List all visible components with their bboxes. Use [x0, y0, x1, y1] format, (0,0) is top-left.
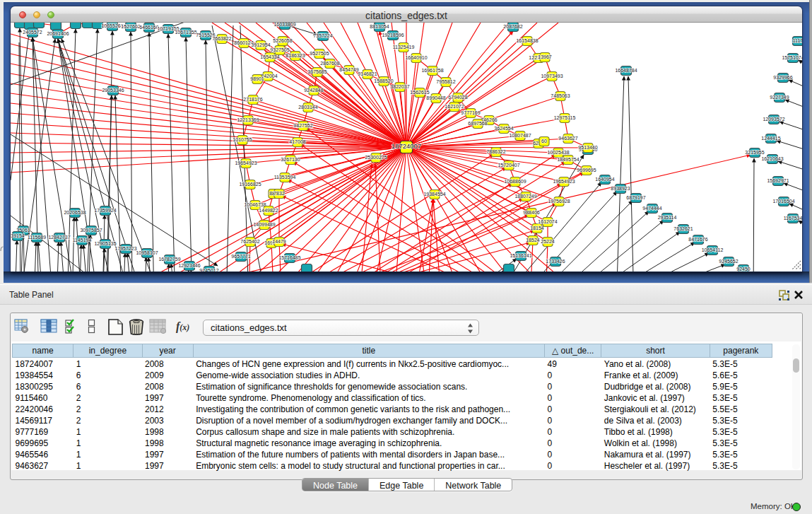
svg-text:12923446: 12923446: [178, 263, 200, 268]
svg-text:18724007: 18724007: [392, 142, 421, 150]
svg-text:9657771: 9657771: [231, 254, 250, 259]
svg-text:39154: 39154: [11, 233, 25, 238]
svg-text:6879197: 6879197: [626, 195, 645, 200]
svg-text:1145194: 1145194: [73, 238, 92, 243]
svg-text:10688609: 10688609: [504, 179, 526, 184]
svg-text:6897568: 6897568: [468, 121, 487, 126]
svg-text:1449822: 1449822: [259, 208, 278, 213]
svg-text:10654112: 10654112: [702, 247, 724, 252]
svg-text:1612074: 1612074: [538, 219, 557, 224]
svg-text:8186323: 8186323: [286, 53, 305, 58]
svg-text:16154838: 16154838: [516, 38, 538, 43]
svg-text:1244415: 1244415: [761, 136, 780, 141]
svg-text:9699695: 9699695: [577, 168, 596, 173]
svg-text:10671355: 10671355: [175, 30, 196, 35]
svg-text:20691406: 20691406: [47, 31, 69, 36]
svg-text:20206538: 20206538: [64, 210, 86, 215]
svg-text:9245012: 9245012: [199, 268, 218, 271]
svg-text:19654923: 19654923: [235, 160, 257, 165]
svg-text:10025438: 10025438: [547, 150, 569, 155]
svg-text:18495754: 18495754: [557, 157, 579, 162]
svg-text:15716485: 15716485: [278, 255, 300, 260]
svg-text:16961758: 16961758: [421, 68, 443, 73]
svg-text:15751074: 15751074: [782, 55, 802, 60]
svg-text:14479: 14479: [272, 239, 286, 244]
svg-text:7625402: 7625402: [240, 239, 259, 244]
svg-text:92450: 92450: [736, 267, 751, 271]
svg-text:98901: 98901: [250, 76, 264, 81]
svg-text:10655267: 10655267: [101, 23, 123, 28]
svg-text:1010755: 1010755: [233, 137, 252, 142]
svg-text:10046738: 10046738: [244, 202, 266, 207]
svg-text:12093572: 12093572: [763, 117, 784, 122]
svg-text:15692971: 15692971: [767, 178, 789, 183]
svg-text:1640954: 1640954: [595, 177, 614, 182]
svg-text:12905135: 12905135: [94, 241, 116, 246]
svg-text:19218596: 19218596: [382, 33, 404, 37]
svg-text:16033809: 16033809: [273, 23, 295, 27]
svg-text:5226058: 5226058: [273, 38, 292, 43]
svg-text:1115689: 1115689: [28, 235, 46, 240]
svg-text:8938923: 8938923: [611, 186, 630, 191]
svg-text:7832: 7832: [273, 191, 285, 196]
svg-text:2087682: 2087682: [503, 24, 522, 29]
svg-text:29053346: 29053346: [102, 88, 124, 93]
svg-text:3912954: 3912954: [251, 42, 270, 47]
svg-text:1733426: 1733426: [546, 259, 565, 264]
svg-text:3624554: 3624554: [494, 126, 513, 131]
svg-text:9474444: 9474444: [642, 206, 661, 211]
svg-text:12213369: 12213369: [237, 117, 259, 122]
svg-text:19654923: 19654923: [553, 179, 575, 184]
svg-text:16648784: 16648784: [615, 68, 637, 73]
svg-text:7955812: 7955812: [436, 79, 455, 84]
svg-text:17957223: 17957223: [114, 246, 136, 251]
svg-text:16640910: 16640910: [405, 55, 427, 60]
svg-text:25224: 25224: [541, 239, 555, 244]
svg-text:417008: 417008: [289, 139, 305, 144]
svg-text:2867608: 2867608: [320, 61, 339, 66]
svg-text:1588520: 1588520: [374, 78, 393, 83]
svg-text:9513440: 9513440: [578, 145, 597, 150]
svg-text:1527602: 1527602: [121, 24, 140, 29]
svg-text:6466160: 6466160: [139, 25, 158, 30]
svg-text:13967: 13967: [538, 54, 552, 59]
svg-text:11325419: 11325419: [393, 45, 415, 49]
svg-text:2405572: 2405572: [23, 30, 42, 35]
svg-text:1621072: 1621072: [445, 104, 464, 109]
svg-text:3215955: 3215955: [745, 150, 764, 155]
svg-text:9245652: 9245652: [719, 259, 738, 264]
svg-text:10958107: 10958107: [136, 250, 158, 255]
svg-text:18807249: 18807249: [514, 194, 536, 199]
svg-text:8471676: 8471676: [688, 237, 707, 242]
svg-text:15136141: 15136141: [510, 253, 531, 258]
svg-text:12975115: 12975115: [554, 115, 576, 120]
svg-text:3675685: 3675685: [307, 69, 326, 74]
svg-text:30975857: 30975857: [80, 228, 102, 233]
svg-text:14099489: 14099489: [253, 222, 275, 227]
svg-text:25300275: 25300275: [365, 155, 387, 160]
svg-text:9427552: 9427552: [293, 123, 312, 128]
svg-text:3822037: 3822037: [390, 84, 409, 89]
svg-text:9777169: 9777169: [461, 110, 480, 115]
svg-text:19166825: 19166825: [239, 182, 261, 187]
svg-text:60: 60: [541, 139, 547, 144]
svg-text:1562615: 1562615: [410, 90, 429, 95]
svg-text:7632621: 7632621: [673, 226, 693, 231]
svg-text:9527505: 9527505: [310, 51, 329, 56]
svg-text:19756928: 19756928: [548, 199, 570, 204]
svg-text:17359924: 17359924: [94, 208, 116, 213]
svg-text:7886322: 7886322: [486, 149, 505, 154]
svg-text:1167534: 1167534: [784, 216, 802, 221]
svg-text:15720407: 15720407: [498, 163, 519, 168]
svg-text:2718176: 2718176: [243, 97, 262, 102]
svg-text:1654334: 1654334: [260, 54, 279, 59]
svg-text:9329966: 9329966: [773, 75, 792, 80]
svg-text:7357224: 7357224: [313, 33, 332, 38]
svg-text:2803144: 2803144: [298, 105, 317, 110]
svg-text:9242848: 9242848: [304, 88, 323, 93]
svg-text:9463627: 9463627: [558, 136, 577, 141]
svg-text:16782759: 16782759: [158, 257, 180, 262]
svg-text:6794028: 6794028: [448, 95, 467, 100]
svg-text:9227349: 9227349: [770, 95, 789, 100]
svg-text:19384554: 19384554: [423, 192, 445, 197]
